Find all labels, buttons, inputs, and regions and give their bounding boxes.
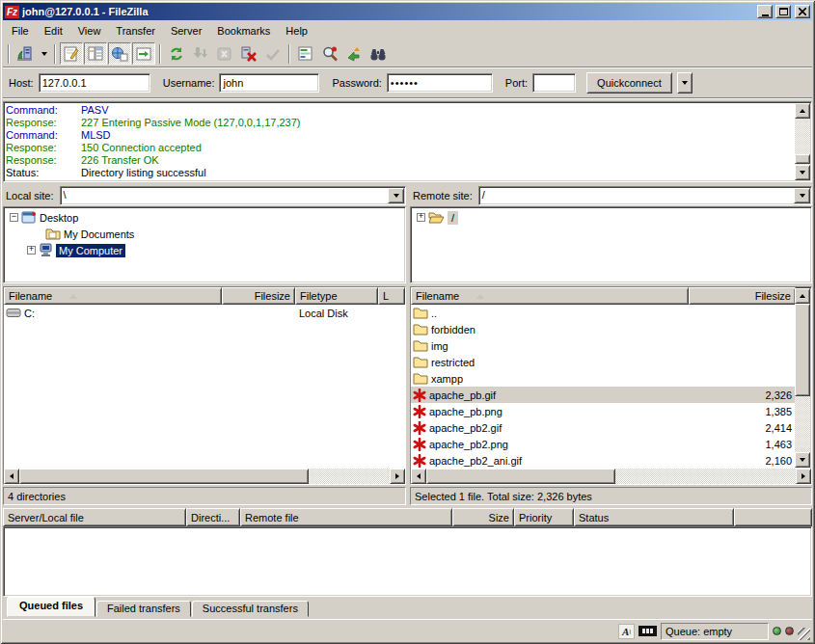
maximize-button[interactable] [775, 5, 791, 18]
file-size-cell: 2,414 [689, 422, 796, 434]
disconnect-button[interactable] [237, 42, 260, 65]
resize-grip[interactable] [798, 628, 810, 640]
column-label: Filename [416, 290, 459, 302]
column-header-server-local-file[interactable]: Server/Local file [3, 508, 186, 526]
local-site-dropdown-button[interactable] [388, 188, 404, 203]
file-row[interactable]: img [411, 337, 796, 354]
menu-transfer[interactable]: Transfer [108, 23, 163, 39]
site-manager-button[interactable] [14, 42, 37, 65]
expand-icon[interactable]: + [417, 213, 425, 222]
file-row-local-disk[interactable]: C: Local Disk [4, 305, 405, 321]
column-header-filetype[interactable]: Filetype [295, 287, 378, 305]
column-header-status[interactable]: Status [574, 508, 734, 526]
scrollbar-thumb[interactable] [795, 154, 810, 164]
toggle-message-log-button[interactable] [60, 42, 83, 65]
scroll-down-button[interactable] [795, 452, 810, 468]
username-input[interactable] [219, 73, 319, 93]
tab-successful-transfers[interactable]: Successful transfers [192, 601, 309, 617]
remote-horizontal-scrollbar[interactable] [411, 469, 811, 484]
toggle-remote-tree-button[interactable] [108, 42, 131, 65]
column-header-filesize[interactable]: Filesize [222, 287, 295, 305]
local-horizontal-scrollbar[interactable] [4, 469, 405, 484]
column-header-filename[interactable]: Filename [411, 287, 689, 305]
menu-edit[interactable]: Edit [37, 23, 70, 39]
minimize-button[interactable] [757, 5, 773, 18]
host-input[interactable] [39, 73, 150, 93]
scroll-left-button[interactable] [4, 469, 19, 484]
toggle-local-tree-button[interactable] [84, 42, 107, 65]
file-search-button[interactable] [318, 42, 341, 65]
scrollbar-track[interactable] [615, 469, 796, 484]
scroll-right-button[interactable] [390, 469, 405, 484]
column-header-size[interactable]: Size [452, 508, 514, 526]
refresh-button[interactable] [165, 42, 188, 65]
scroll-up-button[interactable] [795, 103, 810, 119]
menu-server[interactable]: Server [163, 23, 209, 39]
transfer-queue-header: Server/Local file Directi... Remote file… [3, 508, 812, 526]
file-row[interactable]: apache_pb2.png 1,463 [411, 436, 796, 452]
scroll-down-button[interactable] [795, 165, 810, 180]
file-size-cell: 1,385 [689, 406, 796, 417]
menu-bookmarks[interactable]: Bookmarks [209, 23, 278, 39]
local-site-combobox[interactable]: \ [60, 186, 406, 205]
column-header-filename[interactable]: Filename [4, 287, 222, 305]
file-row[interactable]: xampp [411, 370, 796, 387]
scroll-left-button[interactable] [411, 469, 426, 484]
column-header-priority[interactable]: Priority [514, 508, 574, 526]
remote-site-dropdown-button[interactable] [794, 188, 810, 203]
remote-vertical-scrollbar[interactable] [795, 288, 810, 468]
column-header-filesize[interactable]: Filesize [689, 287, 796, 305]
file-row[interactable]: forbidden [411, 321, 796, 337]
column-header-remote-file[interactable]: Remote file [240, 508, 452, 526]
quickconnect-button[interactable]: Quickconnect [586, 72, 672, 94]
column-header-direction[interactable]: Directi... [186, 508, 240, 526]
tree-item-root[interactable]: + / [411, 209, 811, 226]
filter-button[interactable] [294, 42, 317, 65]
tab-failed-transfers[interactable]: Failed transfers [96, 601, 191, 617]
log-line: Command: PASV [6, 104, 794, 117]
toggle-transfer-queue-button[interactable] [132, 42, 155, 65]
file-row[interactable]: restricted [411, 354, 796, 370]
quickconnect-dropdown-button[interactable] [677, 72, 693, 94]
scroll-right-button[interactable] [796, 469, 811, 484]
file-row[interactable]: .. [411, 305, 796, 321]
file-row-selected[interactable]: apache_pb.gif 2,326 [411, 387, 796, 403]
log-label: Response: [6, 154, 81, 167]
scrollbar-thumb[interactable] [426, 469, 615, 484]
menu-help[interactable]: Help [278, 23, 315, 39]
tree-item-my-documents[interactable]: My Documents [4, 226, 405, 242]
close-button[interactable] [795, 5, 810, 18]
menu-file[interactable]: File [4, 23, 37, 39]
tree-item-desktop[interactable]: − Desktop [4, 209, 405, 226]
title-bar: Fz john@127.0.0.1 - FileZilla [3, 3, 812, 20]
abort-button[interactable] [261, 42, 285, 65]
collapse-icon[interactable]: − [10, 213, 18, 222]
scrollbar-track[interactable] [309, 469, 390, 484]
tree-item-label: Desktop [40, 212, 78, 224]
synchronized-browsing-button[interactable] [342, 42, 366, 65]
log-text: 150 Connection accepted [81, 142, 202, 154]
password-input[interactable] [387, 73, 493, 93]
file-row[interactable]: apache_pb2_ani.gif 2,160 [411, 452, 796, 469]
image-file-icon [413, 389, 426, 402]
tree-item-my-computer[interactable]: + My Computer [4, 242, 405, 258]
directory-comparison-button[interactable] [367, 42, 390, 65]
tab-queued-files[interactable]: Queued files [7, 597, 95, 617]
scrollbar-thumb[interactable] [795, 304, 810, 396]
local-site-label: Local site: [3, 190, 56, 201]
scroll-up-button[interactable] [795, 288, 810, 304]
scrollbar-thumb[interactable] [19, 469, 309, 484]
process-queue-button[interactable] [189, 42, 212, 65]
site-manager-dropdown-button[interactable] [38, 42, 50, 65]
remote-site-combobox[interactable]: / [478, 186, 812, 205]
file-row[interactable]: apache_pb2.gif 2,414 [411, 419, 796, 436]
cancel-operation-button[interactable] [213, 42, 236, 65]
column-header-last-modified[interactable]: L [378, 287, 405, 305]
expand-icon[interactable]: + [27, 246, 36, 255]
log-vertical-scrollbar[interactable] [795, 103, 810, 180]
file-row[interactable]: apache_pb.png 1,385 [411, 403, 796, 419]
menu-view[interactable]: View [70, 23, 109, 39]
file-name-cell: forbidden [411, 323, 689, 335]
message-log-lines: Command: PASV Response: 227 Entering Pas… [6, 104, 794, 179]
port-input[interactable] [532, 73, 576, 93]
